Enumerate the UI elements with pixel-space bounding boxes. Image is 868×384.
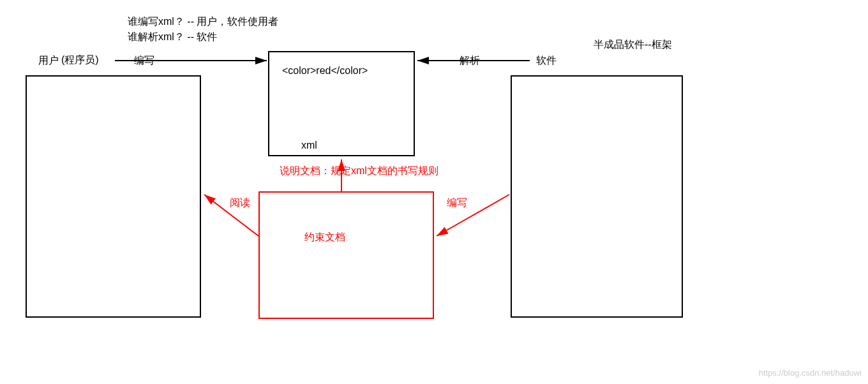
arrow-parse-label: 解析 bbox=[460, 54, 480, 68]
user-box bbox=[26, 75, 201, 318]
user-label: 用户 bbox=[38, 54, 59, 68]
arrow-read-label: 阅读 bbox=[230, 196, 250, 210]
header-q2: 谁解析xml？ -- 软件 bbox=[128, 31, 217, 44]
xml-box: <color>red</color> xml bbox=[268, 51, 415, 156]
header-q1: 谁编写xml？ -- 用户，软件使用者 bbox=[128, 15, 278, 29]
software-sub: 半成品软件--框架 bbox=[594, 38, 672, 52]
arrow-write2-label: 编写 bbox=[447, 196, 467, 210]
software-box bbox=[511, 75, 683, 318]
arrow-write-label: 编写 bbox=[134, 54, 154, 68]
xml-content: <color>red</color> bbox=[282, 65, 368, 77]
constraint-label: 约束文档 bbox=[304, 231, 345, 244]
software-label: 软件 bbox=[536, 54, 557, 68]
user-sub: (程序员) bbox=[61, 54, 99, 67]
watermark: https://blog.csdn.net/haduwi bbox=[759, 368, 862, 378]
constraint-desc: 说明文档：规定xml文档的书写规则 bbox=[280, 165, 438, 178]
xml-label: xml bbox=[301, 140, 317, 151]
constraint-box: 约束文档 bbox=[258, 191, 434, 319]
